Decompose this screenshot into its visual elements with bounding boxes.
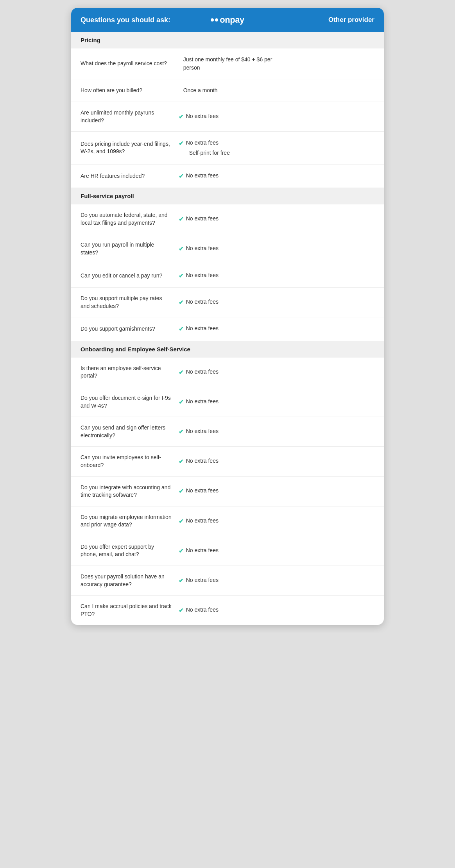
check-item: ✔No extra fees — [179, 546, 277, 556]
check-item: ✔No extra fees — [179, 368, 277, 377]
checkmark-icon: ✔ — [179, 428, 184, 437]
row-question: Can you invite employees to self-onboard… — [81, 454, 179, 469]
row-onpay-value: Just one monthly fee of $40 + $6 per per… — [179, 55, 277, 72]
onpay-dot-1 — [211, 18, 214, 21]
check-item: ✔No extra fees — [179, 271, 277, 281]
row-question: Do you migrate employee information and … — [81, 514, 179, 529]
check-label: No extra fees — [186, 271, 219, 279]
table-row: How often are you billed?Once a month — [71, 79, 384, 102]
checkmark-icon: ✔ — [179, 215, 184, 224]
check-item: Self-print for free — [179, 149, 277, 157]
check-item: ✔No extra fees — [179, 606, 277, 615]
row-question: Can you send and sign offer letters elec… — [81, 424, 179, 439]
row-onpay-value: ✔No extra fees — [179, 112, 277, 122]
row-question: Do you automate federal, state, and loca… — [81, 211, 179, 227]
check-label: No extra fees — [186, 606, 219, 614]
check-label: No extra fees — [186, 457, 219, 465]
row-question: Can I make accrual policies and track PT… — [81, 603, 179, 618]
table-row: Does your payroll solution have an accur… — [71, 566, 384, 596]
row-question: Do you support garnishments? — [81, 325, 179, 333]
checkmark-icon: ✔ — [179, 368, 184, 377]
row-onpay-value: Once a month — [179, 86, 277, 95]
row-onpay-value: ✔No extra fees — [179, 576, 277, 585]
table-row: Can you edit or cancel a pay run?✔No ext… — [71, 264, 384, 288]
row-question: Do you offer expert support by phone, em… — [81, 543, 179, 558]
checkmark-icon: ✔ — [179, 457, 184, 466]
onpay-logo: onpay — [211, 15, 244, 25]
checkmark-icon: ✔ — [179, 487, 184, 496]
row-question: Do you integrate with accounting and tim… — [81, 484, 179, 499]
checkmark-icon: ✔ — [179, 298, 184, 307]
check-item: ✔No extra fees — [179, 112, 277, 122]
check-label: No extra fees — [186, 298, 219, 306]
row-question: Can you edit or cancel a pay run? — [81, 272, 179, 280]
check-item: ✔No extra fees — [179, 457, 277, 466]
checkmark-icon: ✔ — [179, 517, 184, 526]
row-onpay-value: ✔No extra fees — [179, 271, 277, 281]
row-question: Are HR features included? — [81, 172, 179, 180]
row-onpay-value: ✔No extra fees — [179, 172, 277, 181]
section-header-2: Onboarding and Employee Self-Service — [71, 341, 384, 358]
check-label: No extra fees — [186, 487, 219, 495]
check-label: Self-print for free — [189, 149, 230, 157]
check-label: No extra fees — [186, 112, 219, 120]
table-row: Do you offer document e-sign for I-9s an… — [71, 387, 384, 417]
check-item: ✔No extra fees — [179, 427, 277, 437]
row-onpay-value: ✔No extra fees — [179, 244, 277, 254]
section-title-2: Onboarding and Employee Self-Service — [81, 346, 190, 353]
table-row: What does the payroll service cost?Just … — [71, 48, 384, 79]
checkmark-icon: ✔ — [179, 325, 184, 334]
row-onpay-value: ✔No extra fees — [179, 324, 277, 334]
section-header-1: Full-service payroll — [71, 188, 384, 204]
checkmark-icon: ✔ — [179, 398, 184, 407]
row-question: Does your payroll solution have an accur… — [81, 573, 179, 588]
checkmark-icon: ✔ — [179, 606, 184, 615]
check-label: No extra fees — [186, 215, 219, 223]
check-item: ✔No extra fees — [179, 324, 277, 334]
section-title-1: Full-service payroll — [81, 193, 134, 199]
check-item: ✔No extra fees — [179, 244, 277, 254]
table-row: Can you run payroll in multiple states?✔… — [71, 234, 384, 264]
check-item: ✔No extra fees — [179, 172, 277, 181]
table-row: Can you invite employees to self-onboard… — [71, 447, 384, 476]
row-question: Do you offer document e-sign for I-9s an… — [81, 394, 179, 410]
table-header: Questions you should ask: onpay Other pr… — [71, 8, 384, 32]
row-question: Can you run payroll in multiple states? — [81, 241, 179, 256]
table-body: PricingWhat does the payroll service cos… — [71, 32, 384, 625]
comparison-card: Questions you should ask: onpay Other pr… — [71, 8, 384, 625]
section-title-0: Pricing — [81, 37, 100, 43]
check-label: No extra fees — [186, 427, 219, 435]
check-label: No extra fees — [186, 324, 219, 333]
header-questions-label: Questions you should ask: — [81, 16, 179, 24]
row-question: Does pricing include year-end filings, W… — [81, 140, 179, 156]
table-row: Do you support garnishments?✔No extra fe… — [71, 317, 384, 341]
check-item: ✔No extra fees — [179, 576, 277, 585]
check-item: ✔No extra fees — [179, 487, 277, 496]
section-header-0: Pricing — [71, 32, 384, 48]
row-onpay-value: ✔No extra fees — [179, 606, 277, 615]
row-onpay-value: ✔No extra feesSelf-print for free — [179, 139, 277, 157]
row-onpay-value: ✔No extra fees — [179, 215, 277, 224]
row-onpay-value: ✔No extra fees — [179, 427, 277, 437]
table-row: Do you automate federal, state, and loca… — [71, 204, 384, 234]
check-label: No extra fees — [186, 517, 219, 525]
row-question: Is there an employee self-service portal… — [81, 365, 179, 380]
check-label: No extra fees — [186, 368, 219, 376]
checkmark-icon: ✔ — [179, 245, 184, 254]
table-row: Do you support multiple pay rates and sc… — [71, 288, 384, 317]
check-label: No extra fees — [186, 244, 219, 252]
check-label: No extra fees — [186, 546, 219, 555]
row-question: Do you support multiple pay rates and sc… — [81, 295, 179, 310]
check-item: ✔No extra fees — [179, 139, 277, 148]
row-onpay-value: ✔No extra fees — [179, 298, 277, 307]
checkmark-icon: ✔ — [179, 172, 184, 181]
checkmark-icon: ✔ — [179, 113, 184, 122]
check-item: ✔No extra fees — [179, 517, 277, 526]
row-onpay-value: ✔No extra fees — [179, 517, 277, 526]
check-label: No extra fees — [186, 397, 219, 406]
row-question: What does the payroll service cost? — [81, 60, 179, 68]
onpay-dots — [211, 18, 218, 21]
row-onpay-value: ✔No extra fees — [179, 397, 277, 407]
header-onpay: onpay — [179, 15, 277, 25]
table-row: Do you offer expert support by phone, em… — [71, 536, 384, 566]
